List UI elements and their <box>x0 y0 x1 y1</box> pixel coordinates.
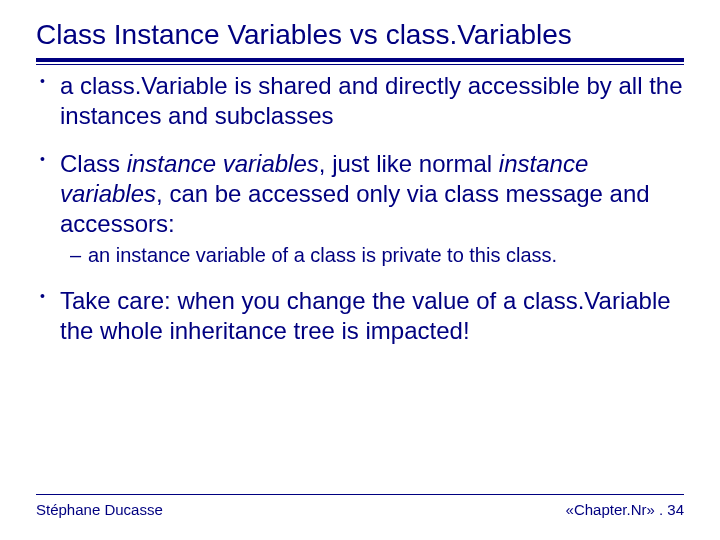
bullet-text: Take care: when you change the value of … <box>60 287 671 344</box>
footer-row: Stéphane Ducasse «Chapter.Nr» . 34 <box>36 501 684 518</box>
sub-bullet-item: an instance variable of a class is priva… <box>60 243 684 268</box>
title-rule-thick <box>36 58 684 62</box>
bullet-item: Class instance variables, just like norm… <box>36 149 684 268</box>
slide-body: a class.Variable is shared and directly … <box>36 71 684 346</box>
slide-footer: Stéphane Ducasse «Chapter.Nr» . 34 <box>36 494 684 518</box>
sub-bullet-text: an instance variable of a class is priva… <box>88 244 557 266</box>
bullet-list: a class.Variable is shared and directly … <box>36 71 684 346</box>
bullet-text-prefix: Class <box>60 150 127 177</box>
bullet-text-mid: , just like normal <box>319 150 499 177</box>
bullet-item: Take care: when you change the value of … <box>36 286 684 346</box>
footer-rule <box>36 494 684 495</box>
footer-page: «Chapter.Nr» . 34 <box>566 501 684 518</box>
bullet-text: a class.Variable is shared and directly … <box>60 72 683 129</box>
title-rule-thin <box>36 64 684 65</box>
sub-bullet-list: an instance variable of a class is priva… <box>60 243 684 268</box>
slide-title: Class Instance Variables vs class.Variab… <box>36 18 684 52</box>
slide: Class Instance Variables vs class.Variab… <box>0 0 720 540</box>
bullet-text-italic: instance variables <box>127 150 319 177</box>
footer-author: Stéphane Ducasse <box>36 501 163 518</box>
bullet-item: a class.Variable is shared and directly … <box>36 71 684 131</box>
